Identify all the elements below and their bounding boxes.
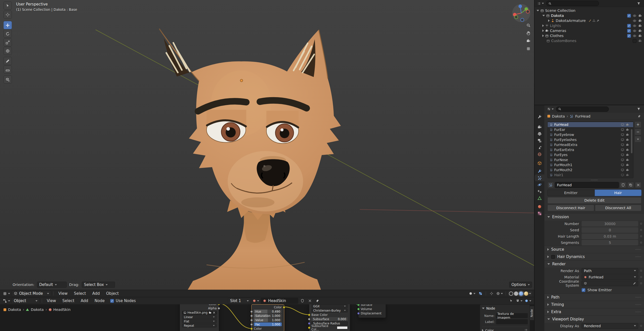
- tool-cursor[interactable]: [4, 11, 12, 19]
- disconnect-hair-button[interactable]: Disconnect Hair: [547, 205, 594, 211]
- tab-constraints[interactable]: [535, 188, 544, 195]
- use-nodes-checkbox[interactable]: [110, 299, 114, 303]
- viewport-toggle-icon[interactable]: [621, 173, 624, 177]
- list-item[interactable]: Hair1: [548, 172, 633, 177]
- properties-filter-button[interactable]: [635, 106, 642, 112]
- material-slot-dropdown[interactable]: Slot 1: [228, 298, 251, 304]
- tool-select-box[interactable]: [4, 2, 12, 10]
- editor-type-viewport-button[interactable]: [2, 290, 11, 297]
- copy-settings-button[interactable]: [627, 182, 634, 188]
- unlink-settings-button[interactable]: [635, 182, 641, 188]
- render-camera-icon[interactable]: [638, 39, 642, 43]
- options-dropdown[interactable]: Options: [509, 282, 532, 288]
- menu-select[interactable]: Select: [71, 291, 89, 296]
- animate-dot[interactable]: [640, 276, 642, 278]
- outliner-row-dakota-armature[interactable]: DakotaArmature: [535, 18, 644, 23]
- menu-object[interactable]: Object: [103, 291, 122, 296]
- render-toggle-icon[interactable]: [626, 133, 629, 136]
- animate-dot[interactable]: [640, 270, 642, 272]
- alpha-output-socket[interactable]: [218, 307, 220, 310]
- menu-node[interactable]: Node: [92, 299, 107, 303]
- tool-rotate[interactable]: [4, 30, 12, 38]
- shading-solid-button[interactable]: [514, 291, 518, 296]
- properties-search-field[interactable]: [556, 106, 609, 112]
- animate-dot[interactable]: [640, 242, 642, 243]
- show-gizmo-toggle[interactable]: [488, 290, 495, 297]
- list-item[interactable]: FurHead: [548, 122, 633, 127]
- outliner-row-scene-collection[interactable]: Scene Collection: [535, 8, 644, 13]
- viewport-toggle-icon[interactable]: [621, 123, 624, 126]
- tool-scale[interactable]: [4, 38, 12, 46]
- hue-input-socket[interactable]: [250, 310, 253, 313]
- base-color-input-socket[interactable]: [308, 314, 310, 316]
- hsv-node[interactable]: Color Hue0.490 Saturation1.000 Value1.00…: [251, 304, 284, 331]
- viewport-toggle-icon[interactable]: [621, 133, 624, 136]
- volume-input-socket[interactable]: [357, 308, 360, 310]
- segments-field[interactable]: 5: [582, 240, 638, 245]
- show-emitter-checkbox[interactable]: [582, 288, 585, 292]
- section-render[interactable]: Render: [544, 260, 644, 268]
- list-item[interactable]: FurEar: [548, 127, 633, 132]
- viewport-toggle-icon[interactable]: [621, 138, 624, 141]
- outliner-filter-button[interactable]: [635, 1, 642, 7]
- section-source[interactable]: Source: [544, 246, 644, 253]
- list-item[interactable]: FurHeadExtra: [548, 142, 633, 147]
- node-color-section[interactable]: Color: [482, 328, 528, 331]
- render-material-dropdown[interactable]: FurHead: [582, 274, 638, 280]
- tab-render[interactable]: [535, 124, 544, 130]
- disclosure-icon[interactable]: [542, 24, 544, 27]
- disconnect-all-button[interactable]: Disconnect All: [595, 205, 642, 211]
- list-item[interactable]: FurEyelashes: [548, 137, 633, 142]
- tool-move[interactable]: [4, 21, 12, 29]
- close-icon[interactable]: [213, 311, 216, 314]
- tab-particles[interactable]: [535, 174, 544, 181]
- list-item[interactable]: FurMouth2: [548, 167, 633, 172]
- hair-dynamics-checkbox[interactable]: [551, 255, 555, 259]
- shader-node-canvas[interactable]: Dakota Dakota HeadSkin Color Alpha HeadS…: [0, 304, 534, 331]
- navigation-gizmo[interactable]: [512, 4, 531, 23]
- fake-user-button[interactable]: [620, 182, 626, 188]
- viewport-toggle-icon[interactable]: [621, 128, 624, 131]
- animate-dot[interactable]: [640, 282, 642, 284]
- render-camera-icon[interactable]: [638, 29, 642, 33]
- subsurface-color-swatch[interactable]: [337, 326, 348, 329]
- saturation-input-socket[interactable]: [250, 315, 253, 317]
- image-name-field[interactable]: HeadSkin.png: [182, 311, 217, 315]
- particle-specials-button[interactable]: [634, 136, 641, 142]
- menu-select[interactable]: Select: [60, 299, 77, 303]
- open-image-icon[interactable]: [209, 311, 212, 314]
- tool-add-cube[interactable]: [4, 76, 12, 84]
- number-field[interactable]: 30000: [582, 221, 638, 227]
- color-input-socket[interactable]: [250, 327, 253, 330]
- saturation-slider[interactable]: Saturation1.000: [254, 314, 282, 318]
- menu-view[interactable]: View: [44, 299, 59, 303]
- menu-add[interactable]: Add: [90, 291, 103, 296]
- pin-button[interactable]: [314, 298, 321, 304]
- surface-input-socket[interactable]: [357, 304, 360, 306]
- color-output-socket[interactable]: [283, 306, 285, 309]
- shading-wireframe-button[interactable]: [509, 291, 513, 296]
- viewport-zoom-button[interactable]: [525, 22, 531, 28]
- tab-texture[interactable]: [535, 210, 544, 217]
- render-camera-icon[interactable]: [638, 19, 642, 23]
- material-name-field[interactable]: HeadSkin: [261, 298, 298, 304]
- add-particle-system-button[interactable]: +: [634, 121, 641, 128]
- tool-transform[interactable]: [4, 47, 12, 55]
- hair-length-field[interactable]: 0.03 m: [582, 234, 638, 239]
- node-label-field[interactable]: [496, 319, 528, 324]
- animate-dot[interactable]: [640, 223, 642, 225]
- viewport-3d[interactable]: User Perspective (1) Scene Collection | …: [0, 0, 534, 290]
- render-toggle-icon[interactable]: [626, 153, 629, 157]
- section-hair-dynamics[interactable]: Hair Dynamics: [544, 253, 644, 260]
- section-path[interactable]: Path: [544, 293, 644, 301]
- shading-material-preview-button[interactable]: [519, 291, 523, 296]
- distribution-dropdown[interactable]: GGX: [311, 304, 348, 308]
- browse-material-button[interactable]: [252, 298, 260, 304]
- display-as-dropdown[interactable]: Rendered: [582, 323, 638, 329]
- hide-eye-icon[interactable]: [633, 24, 636, 28]
- tab-tool[interactable]: [535, 113, 544, 120]
- toggle-xray-button[interactable]: [477, 290, 484, 297]
- hide-eye-icon[interactable]: [633, 34, 636, 38]
- subsurface-method-dropdown[interactable]: Christensen-Burley: [311, 309, 348, 312]
- disclosure-icon[interactable]: [542, 29, 544, 32]
